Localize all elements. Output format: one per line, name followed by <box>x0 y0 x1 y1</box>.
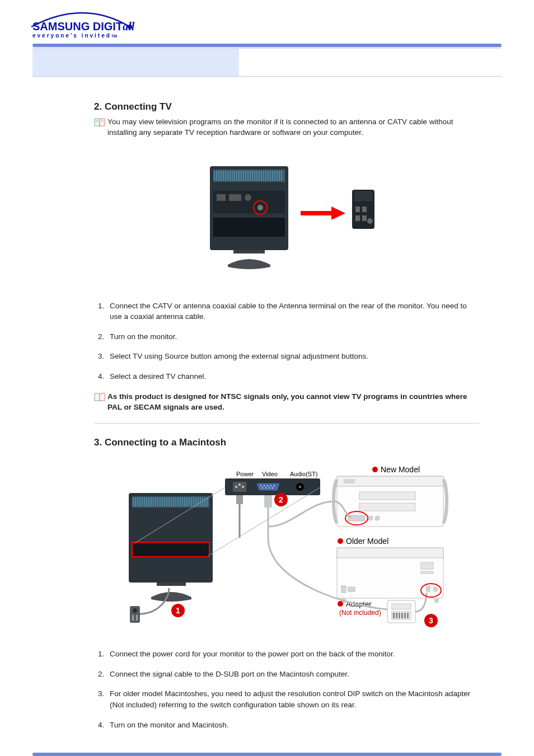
book-icon <box>94 392 105 402</box>
list-item: Turn on the monitor and Macintosh. <box>106 720 479 731</box>
svg-rect-155 <box>396 613 397 618</box>
svg-rect-46 <box>233 250 265 253</box>
svg-rect-154 <box>393 613 395 618</box>
svg-rect-158 <box>404 613 406 618</box>
footer-separator-bar <box>32 753 502 756</box>
svg-rect-159 <box>407 613 409 618</box>
tv-connection-illustration <box>194 155 379 278</box>
svg-rect-80 <box>264 495 272 508</box>
svg-point-69 <box>274 485 275 486</box>
svg-rect-143 <box>421 571 433 574</box>
new-model-label: New Model <box>381 465 420 474</box>
svg-point-146 <box>433 587 438 591</box>
section-2-note-text: As this product is designed for NTSC sig… <box>107 391 479 413</box>
port-label-video: Video <box>262 471 278 477</box>
svg-point-136 <box>375 516 380 520</box>
svg-point-44 <box>257 205 263 210</box>
document-page: SAMSUNG DIGITall everyone's invitedTM 2.… <box>0 0 534 756</box>
svg-point-65 <box>260 485 261 486</box>
svg-point-128 <box>372 467 378 472</box>
svg-rect-41 <box>229 194 241 201</box>
svg-rect-56 <box>355 215 360 221</box>
macintosh-connection-illustration: Power Video Audio(ST) <box>124 459 449 633</box>
list-item: Connect the signal cable to the D-SUB po… <box>106 669 479 680</box>
svg-point-124 <box>133 608 137 613</box>
svg-point-73 <box>272 487 273 489</box>
svg-point-64 <box>242 486 244 488</box>
svg-rect-157 <box>401 613 403 618</box>
svg-rect-147 <box>427 586 430 591</box>
book-icon <box>94 118 105 128</box>
svg-point-42 <box>245 194 251 201</box>
section-3-figure: Power Video Audio(ST) <box>94 459 479 633</box>
section-2-steps: Connect the CATV or antenna coaxial cabl… <box>106 300 479 382</box>
svg-point-74 <box>252 485 256 489</box>
svg-rect-126 <box>136 615 138 621</box>
logo-brand-italic: all <box>123 20 134 32</box>
svg-point-71 <box>265 487 266 489</box>
svg-point-66 <box>264 485 265 486</box>
svg-rect-152 <box>392 604 411 609</box>
section-2-intro-text: You may view television programs on the … <box>107 116 479 138</box>
svg-rect-78 <box>236 495 243 504</box>
logo-tm: TM <box>111 34 117 38</box>
list-item: Connect the CATV or antenna coaxial cabl… <box>106 300 479 322</box>
svg-rect-149 <box>434 598 439 603</box>
section-2-intro-row: You may view television programs on the … <box>94 116 479 138</box>
svg-point-150 <box>338 601 343 607</box>
svg-point-68 <box>270 485 271 486</box>
marker-1: 1 <box>176 606 180 615</box>
brand-logo: SAMSUNG DIGITall everyone's invitedTM <box>32 10 144 38</box>
marker-2: 2 <box>279 495 283 504</box>
header-light-band <box>32 48 502 77</box>
svg-rect-142 <box>421 562 433 569</box>
logo-brand-prefix: SAMSUNG DIGIT <box>32 20 123 32</box>
list-item: Select TV using Source button among the … <box>106 351 479 362</box>
section-2-figure <box>94 155 479 278</box>
svg-rect-40 <box>217 194 226 201</box>
svg-rect-145 <box>348 587 355 591</box>
svg-point-77 <box>299 486 301 488</box>
section-divider <box>94 423 479 424</box>
header-separator-bar <box>32 44 502 47</box>
list-item: Select a desired TV channel. <box>106 371 479 382</box>
logo-text: SAMSUNG DIGITall <box>32 20 134 33</box>
svg-rect-57 <box>362 215 367 221</box>
svg-rect-45 <box>213 218 285 237</box>
list-item: Connect the power cord for your monitor … <box>106 649 479 660</box>
svg-rect-7 <box>213 170 285 182</box>
svg-rect-61 <box>233 482 246 492</box>
svg-rect-131 <box>344 479 355 483</box>
svg-rect-141 <box>337 548 443 558</box>
list-item: Turn on the monitor. <box>106 331 479 342</box>
svg-rect-133 <box>359 503 415 511</box>
marker-3: 3 <box>429 616 433 625</box>
logo-tagline: everyone's invitedTM <box>32 32 117 39</box>
svg-rect-144 <box>341 586 346 593</box>
svg-rect-55 <box>362 206 367 212</box>
svg-point-139 <box>338 538 343 544</box>
header-light-band-cut <box>238 48 502 76</box>
svg-rect-156 <box>399 613 400 618</box>
svg-rect-132 <box>359 492 415 500</box>
port-label-audio: Audio(ST) <box>290 471 318 477</box>
svg-point-135 <box>368 516 373 520</box>
svg-point-72 <box>269 487 270 489</box>
svg-point-58 <box>367 218 373 224</box>
svg-point-75 <box>280 485 284 489</box>
adapter-note-label: (Not included) <box>339 609 381 617</box>
svg-rect-83 <box>132 496 209 508</box>
svg-point-67 <box>267 485 268 486</box>
section-2-note: As this product is designed for NTSC sig… <box>94 391 479 413</box>
section-2-heading: 2. Connecting TV <box>94 100 479 114</box>
port-label-power: Power <box>236 471 254 477</box>
svg-point-62 <box>235 486 237 488</box>
svg-rect-125 <box>132 615 134 621</box>
content-area: 2. Connecting TV You may view television… <box>32 77 502 730</box>
section-3-steps: Connect the power cord for your monitor … <box>106 649 479 730</box>
svg-point-70 <box>262 487 263 489</box>
logo-tagline-text: everyone's invited <box>32 32 111 39</box>
svg-point-63 <box>238 483 241 486</box>
svg-rect-118 <box>132 542 209 557</box>
svg-rect-120 <box>157 583 186 586</box>
